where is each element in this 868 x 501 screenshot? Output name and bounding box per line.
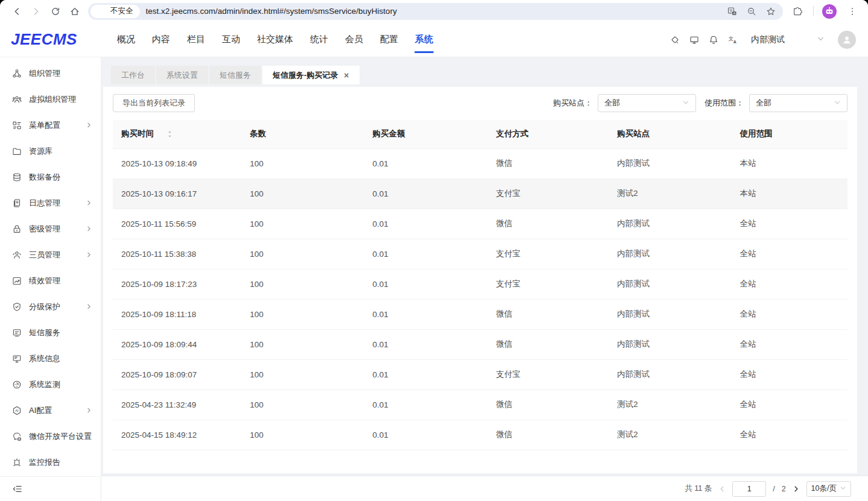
menu-kebab-icon[interactable]	[843, 2, 862, 21]
virtual-org-icon	[12, 94, 22, 104]
cell-amount: 0.01	[364, 148, 488, 178]
page-tab[interactable]: 系统设置	[156, 66, 208, 84]
sidebar-item[interactable]: 绩效管理	[0, 268, 101, 294]
reload-icon[interactable]	[46, 2, 65, 21]
filter-label: 购买站点：	[553, 98, 592, 109]
sidebar-item[interactable]: 三员管理	[0, 242, 101, 268]
page-tab[interactable]: 短信服务	[209, 66, 261, 84]
user-avatar[interactable]	[838, 31, 856, 49]
sidebar-item-label: 系统信息	[29, 353, 60, 364]
page-size-value: 10条/页	[811, 484, 837, 494]
sidebar-item[interactable]: 密级管理	[0, 216, 101, 242]
sidebar-menu: 组织管理 虚拟组织管理 菜单配置 资源库	[0, 57, 101, 476]
table-row[interactable]: 2025-10-13 09:16:17 100 0.01 支付宝 测试2 本站	[113, 178, 847, 209]
bell-icon[interactable]	[704, 30, 723, 49]
cell-amount: 0.01	[364, 239, 488, 269]
three-admin-icon	[12, 250, 22, 260]
translate-icon[interactable]: 文A	[723, 30, 743, 49]
site-switcher[interactable]: 内部测试	[751, 34, 825, 45]
cell-pay-method: 支付宝	[487, 178, 609, 209]
sms-icon	[12, 327, 22, 338]
extensions-icon[interactable]	[788, 2, 807, 21]
nav-item[interactable]: 栏目	[179, 22, 214, 57]
prev-page-icon[interactable]	[718, 485, 726, 493]
back-icon[interactable]	[7, 2, 27, 21]
sidebar-item[interactable]: 系统信息	[0, 345, 101, 371]
collapse-sidebar-icon[interactable]	[13, 484, 22, 494]
export-button[interactable]: 导出当前列表记录	[113, 94, 195, 112]
cell-amount: 0.01	[364, 299, 488, 329]
filter-select[interactable]: 全部	[749, 94, 847, 112]
sidebar-item[interactable]: 资源库	[0, 138, 101, 164]
cell-pay-method: 微信	[487, 329, 609, 359]
filter-group: 使用范围： 全部	[705, 94, 847, 112]
cell-pay-method: 微信	[487, 420, 609, 450]
url-text[interactable]: test.x2.jeecms.com/admin/index.html#/sys…	[146, 7, 724, 16]
forward-icon[interactable]	[27, 2, 46, 21]
nav-item[interactable]: 系统	[407, 22, 442, 57]
table-row[interactable]: 2025-10-11 15:38:38 100 0.01 支付宝 内部测试 全站	[113, 239, 847, 269]
sidebar-item-label: 组织管理	[29, 68, 60, 79]
nav-item[interactable]: 社交媒体	[249, 22, 302, 57]
home-icon[interactable]	[65, 2, 84, 21]
cell-buy-time: 2025-10-13 09:16:17	[113, 178, 241, 209]
cell-buy-time: 2025-10-09 18:11:18	[113, 299, 241, 329]
sidebar-item[interactable]: 虚拟组织管理	[0, 86, 101, 112]
nav-item[interactable]: 概况	[109, 22, 144, 57]
pagination-bar: 共 11 条 1 / 2 10条/页	[101, 476, 868, 501]
secret-icon	[12, 224, 22, 234]
sidebar-item[interactable]: 分级保护	[0, 294, 101, 320]
sidebar-item[interactable]: 组织管理	[0, 60, 101, 86]
nav-item[interactable]: 配置	[372, 22, 407, 57]
sort-icon[interactable]	[167, 130, 173, 138]
clean-icon[interactable]	[665, 30, 685, 49]
page-number-input[interactable]: 1	[732, 481, 766, 497]
sidebar-item[interactable]: 短信服务	[0, 320, 101, 345]
zoom-out-icon[interactable]	[743, 3, 760, 20]
security-chip[interactable]: 不安全	[90, 5, 140, 18]
cell-count: 100	[241, 239, 364, 269]
nav-item[interactable]: 统计	[302, 22, 337, 57]
sidebar-item[interactable]: 日志管理	[0, 190, 101, 216]
table-row[interactable]: 2025-10-11 15:56:59 100 0.01 微信 内部测试 全站	[113, 209, 847, 239]
table-row[interactable]: 2025-10-09 18:11:18 100 0.01 微信 内部测试 全站	[113, 299, 847, 329]
nav-item[interactable]: 会员	[337, 22, 372, 57]
cell-scope: 全站	[732, 209, 848, 239]
sidebar-item[interactable]: 监控报告	[0, 449, 101, 475]
cell-buy-site: 内部测试	[609, 329, 731, 359]
page-size-select[interactable]: 10条/页	[806, 481, 851, 497]
cell-scope: 全站	[732, 239, 848, 269]
google-translate-icon[interactable]: 文A	[724, 3, 741, 20]
chevron-right-icon	[86, 200, 92, 206]
tab-close-icon[interactable]: ×	[344, 71, 349, 80]
screen-icon[interactable]	[685, 30, 704, 49]
sidebar-item[interactable]: 数据备份	[0, 164, 101, 190]
star-icon[interactable]	[762, 3, 779, 20]
table-row[interactable]: 2025-10-09 18:09:44 100 0.01 微信 内部测试 全站	[113, 329, 847, 359]
table-row[interactable]: 2025-04-15 18:49:12 100 0.01 微信 测试2 全站	[113, 420, 847, 450]
table-row[interactable]: 2025-10-09 18:17:23 100 0.01 支付宝 内部测试 全站	[113, 269, 847, 299]
sidebar-item[interactable]: 菜单配置	[0, 112, 101, 138]
table-row[interactable]: 2025-04-23 11:32:49 100 0.01 微信 测试2 全站	[113, 389, 847, 420]
address-bar[interactable]: 不安全 test.x2.jeecms.com/admin/index.html#…	[88, 3, 783, 20]
sidebar-item-label: 微信开放平台设置	[29, 431, 92, 442]
cell-count: 100	[241, 299, 364, 329]
nav-item[interactable]: 内容	[144, 22, 179, 57]
cell-amount: 0.01	[364, 209, 488, 239]
nav-item[interactable]: 互动	[214, 22, 249, 57]
svg-text:A: A	[733, 39, 737, 43]
filter-select[interactable]: 全部	[598, 94, 696, 112]
table-row[interactable]: 2025-10-13 09:18:49 100 0.01 微信 内部测试 本站	[113, 148, 847, 178]
filter-label: 使用范围：	[705, 98, 744, 109]
cell-amount: 0.01	[364, 359, 488, 389]
cell-buy-time: 2025-10-11 15:56:59	[113, 209, 241, 239]
sidebar-item[interactable]: 微信开放平台设置	[0, 423, 101, 449]
page-tab[interactable]: 短信服务-购买记录 ×	[262, 66, 360, 84]
sidebar-item[interactable]: AI AI配置	[0, 397, 101, 423]
page-tab[interactable]: 工作台	[111, 66, 155, 84]
profile-avatar-icon[interactable]	[820, 2, 839, 21]
table-column-header: 购买站点	[609, 120, 731, 148]
sidebar-item[interactable]: 系统监测	[0, 371, 101, 397]
next-page-icon[interactable]	[793, 485, 800, 493]
table-row[interactable]: 2025-10-09 18:09:07 100 0.01 支付宝 内部测试 全站	[113, 359, 847, 389]
